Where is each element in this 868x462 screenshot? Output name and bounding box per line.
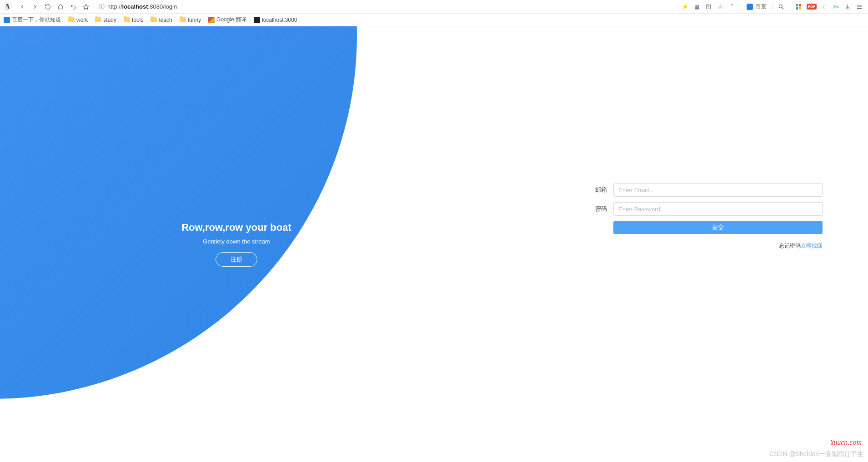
browser-chrome: 🐧 ⓘ http://localhost:8080/login ⚡ ▦ ⚿ ☆ … — [0, 0, 868, 26]
svg-point-1 — [779, 5, 782, 8]
qr-icon[interactable]: ▦ — [693, 4, 700, 10]
bookmark-label: work — [76, 17, 88, 23]
email-label: 邮箱 — [595, 186, 613, 194]
folder-icon — [68, 17, 75, 22]
nav-undo-icon[interactable] — [70, 4, 76, 10]
folder-icon — [124, 17, 130, 22]
bookmark-item[interactable]: 百度一下，你就知道 — [4, 16, 61, 24]
bookmark-item[interactable]: localhost:3000 — [254, 17, 297, 23]
baidu-icon — [747, 4, 753, 10]
hero-title: Row,row,row your boat — [181, 222, 291, 233]
folder-icon — [180, 17, 186, 22]
hero-subtitle: Gentlely down the stream — [203, 238, 270, 245]
bookmarks-bar: 百度一下，你就知道workstudytoolsteachfunnyGoogle … — [0, 14, 868, 26]
login-form: 邮箱 密码 提交 忘记密码立即找回 — [595, 183, 823, 250]
bookmark-label: Google 翻译 — [216, 16, 246, 24]
site-icon — [254, 17, 260, 23]
password-field[interactable] — [613, 202, 823, 216]
nav-forward-icon[interactable] — [32, 4, 38, 10]
moon-icon[interactable]: ☾ — [822, 3, 828, 10]
signup-button[interactable]: 注册 — [216, 252, 257, 267]
bookmark-item[interactable]: tools — [124, 17, 143, 23]
hero-section: Row,row,row your boat Gentlely down the … — [0, 26, 355, 462]
bookmark-label: localhost:3000 — [262, 17, 297, 23]
site-icon — [208, 17, 215, 23]
nav-star-icon[interactable] — [83, 4, 89, 10]
email-field[interactable] — [613, 183, 823, 197]
tab-favicon: 🐧 — [3, 2, 12, 11]
pdf-icon[interactable]: PDF — [807, 4, 817, 10]
bookmark-item[interactable]: teach — [151, 17, 172, 23]
bookmark-label: 百度一下，你就知道 — [12, 16, 61, 24]
password-label: 密码 — [595, 205, 613, 213]
site-icon — [4, 17, 10, 23]
lightning-icon[interactable]: ⚡ — [682, 4, 688, 10]
download-icon[interactable] — [844, 4, 851, 10]
star-outline-icon[interactable]: ☆ — [717, 4, 723, 10]
menu-icon[interactable] — [856, 4, 863, 10]
watermark-author: CSDN @Sheldon一蓑烟雨任平生 — [769, 450, 863, 458]
address-bar: 🐧 ⓘ http://localhost:8080/login ⚡ ▦ ⚿ ☆ … — [0, 0, 868, 14]
svg-marker-0 — [83, 4, 89, 10]
apps-icon[interactable] — [796, 4, 801, 10]
bookmark-item[interactable]: funny — [180, 17, 201, 23]
search-icon[interactable] — [778, 4, 784, 10]
nav-back-icon[interactable] — [19, 4, 25, 10]
page-content: Row,row,row your boat Gentlely down the … — [0, 26, 868, 462]
bookmark-item[interactable]: work — [68, 17, 88, 23]
bookmark-label: funny — [188, 17, 201, 23]
url-field[interactable]: ⓘ http://localhost:8080/login — [99, 3, 677, 11]
info-icon: ⓘ — [99, 3, 105, 11]
bookmark-label: teach — [159, 17, 172, 23]
nav-reload-icon[interactable] — [45, 4, 51, 10]
search-engine-label: 百度 — [756, 3, 767, 10]
bookmark-item[interactable]: Google 翻译 — [208, 16, 246, 24]
submit-button[interactable]: 提交 — [613, 221, 823, 234]
bookmark-label: study — [103, 17, 116, 23]
scissors-icon[interactable]: ✄ — [833, 3, 839, 10]
forgot-password-row: 忘记密码立即找回 — [595, 242, 823, 250]
svg-line-2 — [782, 7, 784, 9]
bookmark-item[interactable]: study — [95, 17, 116, 23]
folder-icon — [151, 17, 157, 22]
nav-home-icon[interactable] — [57, 4, 64, 10]
key-icon[interactable]: ⚿ — [705, 4, 712, 10]
watermark-site: Yuucn.com — [830, 438, 862, 447]
search-engine-selector[interactable]: 百度 — [747, 3, 767, 10]
forgot-text: 忘记密码 — [779, 243, 801, 249]
bookmark-label: tools — [132, 17, 143, 23]
chevron-down-icon[interactable]: ˅ — [729, 4, 735, 10]
forgot-link[interactable]: 立即找回 — [801, 243, 823, 249]
folder-icon — [95, 17, 101, 22]
